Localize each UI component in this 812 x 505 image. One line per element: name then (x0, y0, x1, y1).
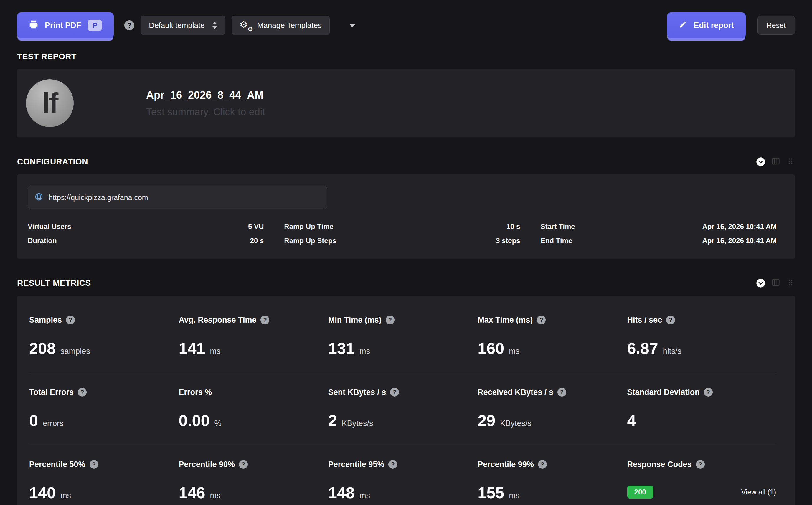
metric-unit: hits/s (663, 347, 681, 356)
manage-templates-button[interactable]: ⚙ ⚙ Manage Templates (232, 16, 330, 35)
metric-cell-samples: Samples? 208samples (29, 315, 179, 357)
print-pdf-label: Print PDF (45, 21, 81, 30)
cogs-icon: ⚙ ⚙ (239, 20, 252, 31)
template-select-value: Default template (149, 21, 204, 30)
metric-unit: ms (210, 491, 221, 500)
config-field-ramp-up-steps: Ramp Up Steps 3 steps (284, 236, 520, 245)
config-value: 5 VU (248, 222, 264, 231)
metric-label: Avg. Response Time (179, 315, 256, 325)
target-url-field[interactable] (28, 186, 327, 209)
reset-label: Reset (767, 21, 786, 30)
metric-cell-total-errors: Total Errors? 0errors (29, 387, 179, 429)
status-badge-200: 200 (627, 486, 653, 499)
result-metrics-section-header: RESULT METRICS (17, 278, 795, 288)
collapse-section-icon[interactable] (756, 157, 766, 166)
metric-unit: samples (60, 347, 90, 356)
help-icon[interactable]: ? (78, 388, 86, 396)
edit-report-label: Edit report (693, 21, 734, 30)
help-icon[interactable]: ? (66, 316, 75, 324)
metric-unit: ms (509, 491, 520, 500)
metric-unit: ms (509, 347, 520, 356)
metric-cell-sent-kbytes: Sent KBytes / s? 2KBytes/s (328, 387, 477, 429)
metric-label: Min Time (ms) (328, 315, 382, 325)
manage-templates-label: Manage Templates (257, 21, 322, 30)
result-metrics-panel: Samples? 208samples Avg. Response Time? … (17, 296, 795, 505)
metric-value: 0.00 (179, 411, 209, 429)
help-icon[interactable]: ? (89, 460, 98, 469)
reset-button[interactable]: Reset (758, 16, 795, 35)
metric-cell-percentile-50: Percentile 50%? 140ms (29, 460, 179, 501)
metric-label: Response Codes (627, 460, 692, 469)
metrics-row: Percentile 50%? 140ms Percentile 90%? 14… (29, 445, 777, 505)
metric-unit: errors (43, 419, 64, 428)
target-url-input[interactable] (49, 193, 320, 202)
config-label: Virtual Users (28, 222, 71, 231)
metric-cell-hits-per-sec: Hits / sec? 6.87hits/s (627, 315, 777, 357)
grip-icon (786, 278, 795, 288)
printer-icon (29, 20, 38, 31)
metric-value: 155 (477, 484, 504, 501)
config-field-virtual-users: Virtual Users 5 VU (28, 222, 264, 231)
metric-label: Received KBytes / s (477, 387, 553, 397)
config-field-end-time: End Time Apr 16, 2026 10:41 AM (541, 236, 777, 245)
metric-unit: ms (210, 347, 221, 356)
metric-value: 2 (328, 411, 337, 429)
metric-value: 6.87 (627, 339, 658, 357)
metric-cell-received-kbytes: Received KBytes / s? 29KBytes/s (477, 387, 627, 429)
help-icon[interactable]: ? (388, 460, 397, 469)
config-value: Apr 16, 2026 10:41 AM (702, 236, 777, 245)
config-field-ramp-up-time: Ramp Up Time 10 s (284, 222, 520, 231)
metric-label: Samples (29, 315, 62, 325)
metric-value: 140 (29, 484, 56, 501)
page-title: TEST REPORT (17, 52, 795, 61)
help-icon[interactable]: ? (558, 388, 566, 396)
view-all-link[interactable]: View all (1) (741, 488, 776, 496)
print-pdf-button[interactable]: Print PDF P (17, 12, 114, 38)
columns-icon (771, 157, 780, 167)
config-field-duration: Duration 20 s (28, 236, 264, 245)
config-value: 10 s (506, 222, 520, 231)
metric-unit: KBytes/s (342, 419, 373, 428)
metric-value: 141 (179, 339, 205, 357)
help-icon[interactable]: ? (666, 316, 675, 324)
template-select[interactable]: Default template (141, 16, 225, 35)
toolbar-dropdown-caret-icon[interactable] (349, 24, 356, 27)
metric-value: 29 (477, 411, 495, 429)
select-stepper-icon (212, 22, 217, 29)
help-icon[interactable]: ? (696, 460, 705, 469)
help-icon[interactable]: ? (124, 20, 134, 30)
edit-report-button[interactable]: Edit report (667, 12, 746, 38)
report-name[interactable]: Apr_16_2026_8_44_AM (146, 89, 265, 101)
metric-cell-percentile-99: Percentile 99%? 155ms (477, 460, 627, 501)
metric-cell-min-time: Min Time (ms)? 131ms (328, 315, 477, 357)
metric-value: 146 (179, 484, 205, 501)
config-value: 3 steps (496, 236, 520, 245)
report-header-card: lf Apr_16_2026_8_44_AM Test summary. Cli… (17, 69, 795, 137)
metric-label: Sent KBytes / s (328, 387, 386, 397)
globe-icon (34, 192, 43, 202)
metric-value: 0 (29, 411, 38, 429)
config-label: Ramp Up Steps (284, 236, 336, 245)
metric-label: Hits / sec (627, 315, 662, 325)
collapse-section-icon[interactable] (756, 279, 766, 288)
help-icon[interactable]: ? (239, 460, 248, 469)
config-value: Apr 16, 2026 10:41 AM (702, 222, 777, 231)
help-icon[interactable]: ? (538, 460, 547, 469)
metric-unit: KBytes/s (500, 419, 532, 428)
metric-label: Percentile 50% (29, 460, 85, 469)
pencil-icon (679, 20, 687, 31)
help-icon[interactable]: ? (704, 388, 713, 396)
metric-value: 208 (29, 339, 56, 357)
metric-cell-max-time: Max Time (ms)? 160ms (477, 315, 627, 357)
help-icon[interactable]: ? (537, 316, 546, 324)
metric-unit: % (214, 419, 222, 428)
metrics-row: Total Errors? 0errors Errors % 0.00% Sen… (29, 373, 777, 445)
metric-label: Total Errors (29, 387, 74, 397)
metric-label: Errors % (179, 387, 212, 397)
help-icon[interactable]: ? (260, 316, 269, 324)
avatar: lf (26, 79, 74, 127)
help-icon[interactable]: ? (386, 316, 395, 324)
help-icon[interactable]: ? (390, 388, 399, 396)
metric-unit: ms (360, 491, 370, 500)
report-summary-placeholder[interactable]: Test summary. Click to edit (146, 106, 265, 118)
